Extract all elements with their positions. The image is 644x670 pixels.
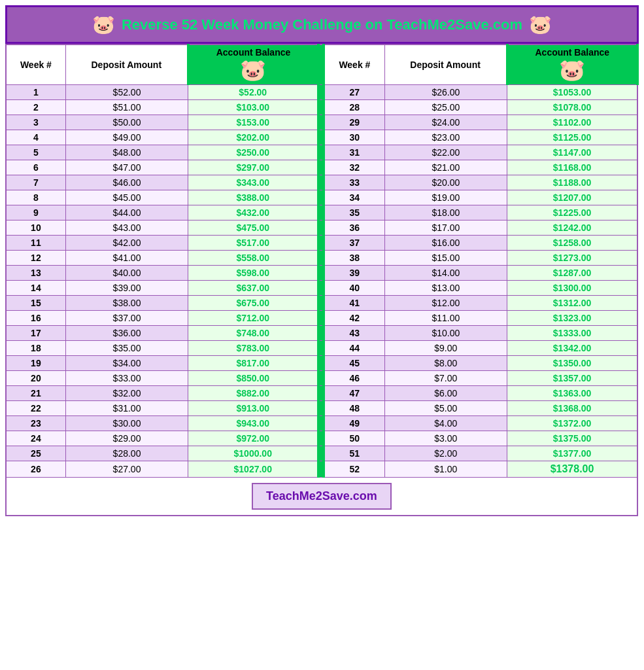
left-account-balance: $850.00 [188, 371, 318, 386]
left-week-num: 13 [6, 266, 65, 281]
right-balance-header: Account Balance 🐷 [507, 44, 637, 85]
table-row: 3$50.00$153.0029$24.00$1102.00 [6, 115, 637, 130]
table-row: 22$31.00$913.0048$5.00$1368.00 [6, 401, 637, 416]
table-row: 8$45.00$388.0034$19.00$1207.00 [6, 190, 637, 205]
left-week-num: 4 [6, 130, 65, 145]
divider-col [318, 160, 324, 175]
table-row: 23$30.00$943.0049$4.00$1372.00 [6, 416, 637, 431]
left-week-num: 25 [6, 446, 65, 461]
left-week-num: 2 [6, 100, 65, 115]
left-balance-header: Account Balance 🐷 [188, 44, 318, 85]
right-deposit-amount: $15.00 [384, 251, 507, 266]
right-deposit-amount: $9.00 [384, 341, 507, 356]
left-account-balance: $202.00 [188, 130, 318, 145]
left-deposit-amount: $29.00 [65, 431, 188, 446]
left-deposit-amount: $43.00 [65, 220, 188, 236]
right-account-balance: $1300.00 [507, 281, 637, 296]
right-account-balance: $1102.00 [507, 115, 637, 130]
left-deposit-amount: $31.00 [65, 401, 188, 416]
pig-icon-balance-left: 🐷 [192, 58, 314, 82]
right-account-balance: $1188.00 [507, 175, 637, 190]
table-row: 9$44.00$432.0035$18.00$1225.00 [6, 205, 637, 220]
right-account-balance: $1225.00 [507, 205, 637, 220]
left-account-balance: $598.00 [188, 266, 318, 281]
divider-col [318, 281, 324, 296]
left-week-num: 1 [6, 85, 65, 100]
left-week-num: 22 [6, 401, 65, 416]
left-week-num: 24 [6, 431, 65, 446]
table-row: 18$35.00$783.0044$9.00$1342.00 [6, 341, 637, 356]
left-account-balance: $388.00 [188, 190, 318, 205]
table-row: 21$32.00$882.0047$6.00$1363.00 [6, 386, 637, 401]
table-row: 7$46.00$343.0033$20.00$1188.00 [6, 175, 637, 190]
right-account-balance: $1363.00 [507, 386, 637, 401]
left-account-balance: $748.00 [188, 326, 318, 341]
left-week-num: 6 [6, 160, 65, 175]
right-deposit-amount: $13.00 [384, 281, 507, 296]
left-deposit-amount: $27.00 [65, 461, 188, 478]
left-week-num: 20 [6, 371, 65, 386]
right-account-balance: $1168.00 [507, 160, 637, 175]
right-week-num: 36 [324, 220, 384, 236]
divider-col [318, 100, 324, 115]
left-deposit-amount: $34.00 [65, 356, 188, 371]
left-account-balance: $783.00 [188, 341, 318, 356]
table-row: 1$52.00$52.0027$26.00$1053.00 [6, 85, 637, 100]
left-deposit-amount: $49.00 [65, 130, 188, 145]
left-week-num: 21 [6, 386, 65, 401]
left-deposit-amount: $52.00 [65, 85, 188, 100]
left-account-balance: $972.00 [188, 431, 318, 446]
table-row: 6$47.00$297.0032$21.00$1168.00 [6, 160, 637, 175]
right-account-balance: $1378.00 [507, 461, 637, 478]
left-deposit-amount: $45.00 [65, 190, 188, 205]
right-week-num: 41 [324, 296, 384, 311]
left-account-balance: $153.00 [188, 115, 318, 130]
right-deposit-amount: $10.00 [384, 326, 507, 341]
right-account-balance: $1207.00 [507, 190, 637, 205]
table-row: 15$38.00$675.0041$12.00$1312.00 [6, 296, 637, 311]
left-account-balance: $943.00 [188, 416, 318, 431]
right-week-num: 30 [324, 130, 384, 145]
right-account-balance: $1078.00 [507, 100, 637, 115]
table-row: 25$28.00$1000.0051$2.00$1377.00 [6, 446, 637, 461]
divider-col [318, 130, 324, 145]
table-row: 5$48.00$250.0031$22.00$1147.00 [6, 145, 637, 160]
right-week-num: 29 [324, 115, 384, 130]
left-account-balance: $103.00 [188, 100, 318, 115]
table-row: 19$34.00$817.0045$8.00$1350.00 [6, 356, 637, 371]
right-deposit-amount: $8.00 [384, 356, 507, 371]
right-deposit-amount: $1.00 [384, 461, 507, 478]
left-account-balance: $297.00 [188, 160, 318, 175]
right-account-balance: $1242.00 [507, 220, 637, 236]
left-deposit-amount: $50.00 [65, 115, 188, 130]
left-account-balance: $712.00 [188, 311, 318, 326]
left-deposit-amount: $41.00 [65, 251, 188, 266]
footer-row: TeachMe2Save.com [6, 478, 637, 516]
right-week-num: 45 [324, 356, 384, 371]
right-deposit-amount: $25.00 [384, 100, 507, 115]
right-account-balance: $1125.00 [507, 130, 637, 145]
table-row: 4$49.00$202.0030$23.00$1125.00 [6, 130, 637, 145]
left-week-num: 11 [6, 236, 65, 251]
right-account-balance: $1377.00 [507, 446, 637, 461]
right-week-num: 38 [324, 251, 384, 266]
right-deposit-amount: $14.00 [384, 266, 507, 281]
right-deposit-amount: $12.00 [384, 296, 507, 311]
right-deposit-amount: $18.00 [384, 205, 507, 220]
right-deposit-amount: $24.00 [384, 115, 507, 130]
pig-icon-left: 🐷 [92, 14, 115, 35]
table-row: 16$37.00$712.0042$11.00$1323.00 [6, 311, 637, 326]
left-account-balance: $913.00 [188, 401, 318, 416]
title-bar: 🐷 Reverse 52 Week Money Challenge on Tea… [5, 5, 639, 44]
right-deposit-amount: $19.00 [384, 190, 507, 205]
right-deposit-amount: $20.00 [384, 175, 507, 190]
divider-col [318, 416, 324, 431]
right-deposit-amount: $23.00 [384, 130, 507, 145]
left-week-num: 10 [6, 220, 65, 236]
left-week-num: 17 [6, 326, 65, 341]
left-account-balance: $52.00 [188, 85, 318, 100]
right-week-num: 42 [324, 311, 384, 326]
left-week-num: 12 [6, 251, 65, 266]
right-week-num: 46 [324, 371, 384, 386]
right-deposit-amount: $6.00 [384, 386, 507, 401]
